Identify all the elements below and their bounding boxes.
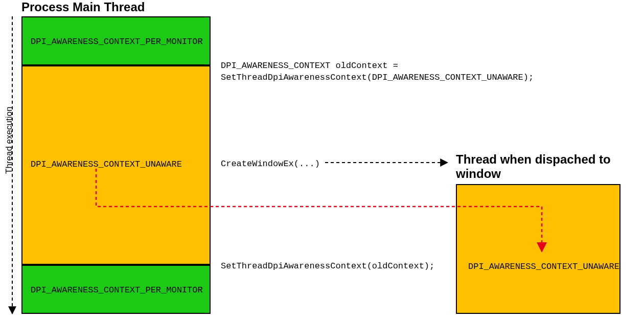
code-create-window: CreateWindowEx(...) [221, 158, 320, 170]
block-per-monitor-bottom-label: DPI_AWARENESS_CONTEXT_PER_MONITOR [31, 285, 203, 295]
block-per-monitor-top-label: DPI_AWARENESS_CONTEXT_PER_MONITOR [31, 37, 203, 47]
code-set-context-unaware: DPI_AWARENESS_CONTEXT oldContext = SetTh… [221, 60, 534, 84]
code-set-context-restore: SetThreadDpiAwarenessContext(oldContext)… [221, 261, 434, 272]
block-unaware: DPI_AWARENESS_CONTEXT_UNAWARE [21, 65, 211, 265]
title-window-thread: Thread when dispached to window [456, 152, 625, 180]
block-per-monitor-bottom: DPI_AWARENESS_CONTEXT_PER_MONITOR [21, 265, 211, 314]
window-context-box: DPI_AWARENESS_CONTEXT_UNAWARE [456, 184, 620, 314]
title-main-thread: Process Main Thread [21, 0, 145, 14]
window-context-label: DPI_AWARENESS_CONTEXT_UNAWARE [468, 262, 619, 271]
axis-label: Thread execution [4, 107, 14, 174]
block-unaware-label: DPI_AWARENESS_CONTEXT_UNAWARE [31, 160, 182, 169]
block-per-monitor-top: DPI_AWARENESS_CONTEXT_PER_MONITOR [21, 16, 211, 65]
